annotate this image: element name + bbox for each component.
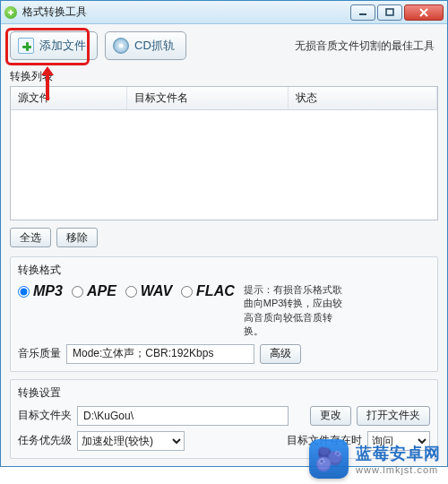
format-group-title: 转换格式: [18, 263, 430, 278]
format-group: 转换格式 MP3 APE WAV FLAC 提示：有损音乐格式歌曲向MP3转换，…: [10, 256, 438, 372]
col-source[interactable]: 源文件: [11, 87, 127, 109]
list-action-row: 全选 移除: [1, 220, 447, 256]
open-folder-button[interactable]: 打开文件夹: [357, 406, 430, 426]
remove-button[interactable]: 移除: [56, 228, 98, 247]
change-folder-button[interactable]: 更改: [310, 406, 351, 426]
cd-ripping-label: CD抓轨: [134, 38, 175, 54]
watermark-text: 蓝莓安卓网 www.lmkjst.com: [356, 443, 441, 475]
hint-label: 提示：: [244, 284, 273, 295]
format-option-flac[interactable]: FLAC: [181, 283, 240, 299]
watermark-title: 蓝莓安卓网: [356, 443, 441, 464]
watermark-url: www.lmkjst.com: [356, 464, 441, 475]
svg-rect-0: [359, 13, 366, 15]
target-folder-label: 目标文件夹: [18, 408, 72, 423]
advanced-button[interactable]: 高级: [260, 344, 301, 364]
minimize-button[interactable]: [350, 4, 375, 21]
format-option-ape[interactable]: APE: [72, 283, 122, 299]
window-title: 格式转换工具: [22, 4, 350, 20]
app-icon: [4, 6, 17, 19]
close-button[interactable]: [404, 4, 444, 21]
add-file-label: 添加文件: [39, 38, 86, 54]
window-controls: [350, 4, 444, 21]
toolbar: 添加文件 CD抓轨 无损音质文件切割的最佳工具: [1, 24, 447, 65]
add-file-button[interactable]: 添加文件: [10, 31, 98, 60]
list-section-label: 转换列表: [1, 65, 447, 86]
target-folder-row: 目标文件夹 更改 打开文件夹: [18, 406, 430, 426]
priority-label: 任务优先级: [18, 433, 72, 448]
col-target[interactable]: 目标文件名: [127, 87, 289, 109]
radio-mp3[interactable]: [18, 286, 30, 298]
list-body[interactable]: [11, 110, 437, 220]
format-options: MP3 APE WAV FLAC: [18, 283, 240, 299]
quality-label: 音乐质量: [18, 346, 61, 361]
format-hint: 提示：有损音乐格式歌曲向MP3转换，应由较高音质向较低音质转换。: [244, 283, 349, 339]
svg-rect-1: [386, 9, 393, 15]
add-file-icon: [18, 38, 34, 54]
col-status[interactable]: 状态: [289, 87, 437, 109]
quality-row: 音乐质量 高级: [18, 344, 430, 364]
watermark-badge: 🫐: [309, 439, 349, 479]
conversion-list: 源文件 目标文件名 状态: [10, 86, 438, 220]
tagline-text: 无损音质文件切割的最佳工具: [295, 39, 438, 54]
format-option-mp3[interactable]: MP3: [18, 283, 68, 299]
radio-ape[interactable]: [72, 286, 83, 298]
app-window: 格式转换工具 添加文件 CD抓轨 无损音质文件切割的最佳工具 转换列表 源文件 …: [0, 0, 448, 467]
titlebar: 格式转换工具: [1, 1, 447, 24]
list-header: 源文件 目标文件名 状态: [11, 87, 437, 110]
priority-select[interactable]: 加速处理(较快): [77, 431, 185, 451]
quality-input[interactable]: [66, 344, 254, 364]
select-all-button[interactable]: 全选: [10, 228, 51, 247]
settings-group-title: 转换设置: [18, 385, 430, 401]
format-option-wav[interactable]: WAV: [125, 283, 177, 299]
blueberry-icon: 🫐: [314, 445, 343, 473]
radio-wav[interactable]: [125, 286, 137, 298]
cd-icon: [113, 38, 129, 54]
cd-ripping-button[interactable]: CD抓轨: [105, 31, 186, 60]
watermark: 🫐 蓝莓安卓网 www.lmkjst.com: [309, 439, 441, 479]
target-folder-input[interactable]: [77, 406, 289, 426]
maximize-button[interactable]: [377, 4, 402, 21]
radio-flac[interactable]: [181, 286, 193, 298]
